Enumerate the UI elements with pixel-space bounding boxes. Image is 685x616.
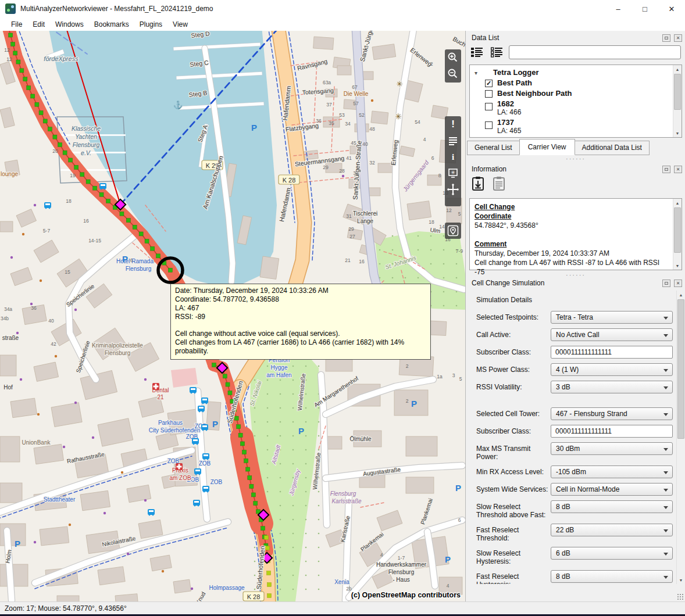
sim-select-min-rx-access-level[interactable]: -105 dBm [551,465,673,478]
checkbox-list-view-icon[interactable] [489,45,504,60]
tree-item-label: 1737 [497,118,521,127]
close-panel-icon[interactable]: ✕ [674,34,682,42]
sim-select-system-wide-services[interactable]: Cell in Normal-Mode [551,483,673,496]
exclamation-icon[interactable]: ! [445,116,461,132]
list-view-icon[interactable] [469,45,484,60]
sim-select-rssi-volatility[interactable]: 3 dB [551,381,673,393]
data-list-title: Data List [472,34,499,42]
close-panel-icon[interactable]: ✕ [674,280,682,287]
menu-item-plugins[interactable]: Plugins [134,19,167,30]
sim-select-slow-reselect-hysteresis[interactable]: 6 dB [551,547,673,560]
map-label: City Süderhofenden [149,427,200,434]
float-panel-icon[interactable] [662,280,670,287]
tree-item-checkbox[interactable] [485,103,493,110]
panel-splitter[interactable]: ······ [466,157,685,160]
tree-item-checkbox[interactable] [485,121,493,129]
tree-group-label[interactable]: Tetra Logger [493,68,539,77]
map-label: Flensburg [330,490,356,497]
locate-pin-icon[interactable] [445,223,461,239]
screen-icon[interactable]: ✳ [445,165,461,181]
map-building [0,483,22,503]
menu-item-view[interactable]: View [167,19,193,30]
parking-icon: P [455,483,461,493]
chevron-down-icon [663,553,668,556]
sim-select-selected-testpoints[interactable]: Tetra - Tetra [551,311,673,324]
map-label: Die Welle [344,91,369,97]
sim-select-selected-cell-tower[interactable]: 467 - Flensburg Strand [551,407,673,420]
zoom-in-icon[interactable] [445,49,461,66]
search-input[interactable] [509,45,681,59]
simulation-scrollbar[interactable]: ▲ ▼ [676,291,685,584]
sim-select-value: 8 dB [556,572,570,581]
sim-field-label: Subscriber Class: [476,346,551,356]
map-building [371,111,388,124]
float-panel-icon[interactable] [662,34,670,42]
map-building [0,436,20,462]
sim-field-label: MS Power Class: [476,363,551,374]
data-list-tree[interactable]: ▾Tetra Logger✓Best PathBest Neighbour Pa… [469,65,682,138]
float-panel-icon[interactable] [662,166,670,173]
bus-stop-icon [99,183,106,189]
chevron-down-icon [663,369,668,372]
house-number: 12 [446,207,452,213]
menu-item-file[interactable]: File [6,19,27,30]
tree-item[interactable]: 1682LA: 466 [470,99,672,116]
bus-stop-icon [44,202,51,209]
sim-select-value: -105 dBm [556,468,586,476]
menu-item-edit[interactable]: Edit [27,19,50,30]
map-building [10,398,37,418]
sim-select-ms-power-class[interactable]: 4 (1 W) [551,363,673,376]
info-scrollbar[interactable]: ▲ ▼ [673,199,682,270]
tree-item[interactable]: ✓Best Path [470,78,672,87]
map-label: straße [2,335,19,341]
sim-input-subscriber-class[interactable] [551,425,673,438]
tab-additional-data-list[interactable]: Additional Data List [575,141,650,155]
zoom-out-icon[interactable] [445,66,461,82]
menu-item-windows[interactable]: Windows [50,19,89,30]
menu-item-bookmarks[interactable]: Bookmarks [89,19,134,30]
resize-grip[interactable] [677,593,684,600]
move-icon[interactable] [445,181,461,198]
sim-select-slow-reselect-threshold-above-fast[interactable]: 8 dB [551,500,673,513]
minimize-button[interactable]: – [605,0,632,17]
maximize-button[interactable]: □ [632,0,658,17]
sim-field-label: Selected Testpoints: [476,311,551,321]
tree-item[interactable]: 1737LA: 465 [470,118,672,135]
information-header: Information ✕ [466,163,685,175]
house-number: 6 [458,517,461,523]
clipboard-notes-icon[interactable] [491,176,506,191]
clipboard-import-icon[interactable] [470,176,486,191]
house-number: 35 [329,120,334,126]
map-label: Hof [3,384,13,391]
road-badge: K 28 [283,177,296,184]
map-building [372,44,396,60]
sim-select-max-ms-transmit-power[interactable]: 30 dBm [551,442,673,455]
map-view[interactable]: K 29K 28K 28Steg DSteg CSteg BSteg Aförd… [0,31,465,601]
parking-icon: P [212,419,218,429]
close-panel-icon[interactable]: ✕ [674,166,682,173]
info-icon[interactable]: i [445,149,461,165]
sim-select-fast-reselect-threshold[interactable]: 22 dB [551,524,673,536]
panel-splitter[interactable]: ······ [466,274,685,277]
map-label: am ZOB [169,475,191,481]
sim-select-call-active[interactable]: No Active Call [551,328,673,341]
list-icon[interactable] [445,132,461,149]
tree-expander-icon[interactable]: ▾ [474,70,483,76]
house-number: 67 [352,84,358,90]
sim-select-fast-reselect-hysteresis[interactable]: 8 dB [551,570,673,583]
sim-select-value: 22 dB [556,526,574,534]
tree-item-checkbox[interactable]: ✓ [485,80,493,87]
sim-select-value: 8 dB [556,503,570,511]
sim-field-label: Subscriber Class: [476,425,551,435]
map-label: Flensburg [73,141,100,148]
close-button[interactable]: ✕ [658,0,685,17]
tree-item[interactable]: Best Neighbour Path [470,89,672,98]
map-label: Handwerkskammer [376,561,427,568]
map-label: Lange [357,218,373,224]
sim-input-subscriber-class[interactable] [551,346,673,359]
tab-carrier-view[interactable]: Carrier View [519,139,575,155]
tooltip-line: Coordinate: 54.787702, 9.436588 [175,295,426,304]
tree-scrollbar[interactable]: ▲ ▼ [673,65,682,137]
tab-general-list[interactable]: General List [467,141,520,155]
tree-item-checkbox[interactable] [485,90,493,98]
